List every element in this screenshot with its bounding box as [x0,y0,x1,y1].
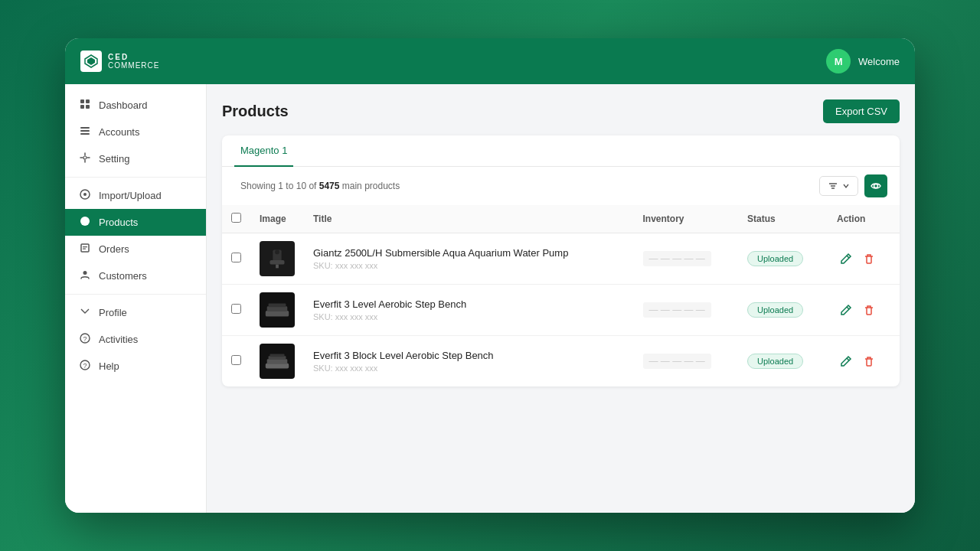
sidebar-label-profile: Profile [99,307,127,318]
svg-rect-34 [266,364,289,369]
svg-rect-35 [267,359,288,364]
svg-rect-13 [81,244,89,252]
header: CED COMMERCE M Welcome [65,38,915,84]
table-row: Giantz 2500L/H Submersible Aqua Aquarium… [222,233,900,285]
row2-inventory-cell: — — — — — [634,285,739,336]
row2-actions [837,301,890,319]
products-card: Magento 1 Showing 1 to 10 of 5475 main p… [222,135,900,386]
row3-status-badge: Uploaded [747,354,803,369]
showing-text: Showing 1 to 10 of 5475 main products [234,181,400,191]
svg-text:?: ? [83,335,87,343]
row1-checkbox-cell [222,233,250,285]
row3-inventory-cell: — — — — — [634,336,739,387]
row3-edit-button[interactable] [837,352,855,370]
logo-icon [80,51,102,72]
svg-line-29 [847,256,849,258]
sidebar-item-setting[interactable]: Setting [65,145,206,172]
sidebar-item-profile[interactable]: Profile [65,299,206,326]
sidebar-label-dashboard: Dashboard [99,99,148,111]
row3-delete-button[interactable] [860,352,878,370]
svg-point-12 [80,217,90,226]
products-table: Image Title Inventory Status Action [222,205,900,386]
col-header-status: Status [738,205,828,233]
col-header-action: Action [828,205,900,233]
sidebar-label-import: Import/Upload [99,190,162,201]
header-right: M Welcome [826,49,900,73]
row1-product-image [260,241,295,276]
svg-rect-7 [80,130,90,132]
table-row: Everfit 3 Level Aerobic Step Bench SKU: … [222,285,900,336]
logo-ced: CED [108,53,159,61]
svg-rect-5 [86,105,90,109]
row1-image-cell [250,233,304,285]
svg-line-38 [847,358,849,360]
sidebar-item-orders[interactable]: Orders [65,236,206,262]
page-title: Products [222,103,289,120]
svg-rect-4 [80,105,84,109]
sidebar-item-import-upload[interactable]: Import/Upload [65,182,206,209]
filter-button[interactable] [819,176,858,196]
sidebar-item-help[interactable]: ? Help [65,353,206,380]
sidebar-label-activities: Activities [99,334,138,345]
tabs-bar: Magento 1 [222,135,900,167]
sidebar-item-accounts[interactable]: Accounts [65,119,206,145]
table-wrapper: Image Title Inventory Status Action [222,205,900,386]
row1-actions [837,249,890,268]
sidebar-label-customers: Customers [99,270,147,282]
sidebar-label-accounts: Accounts [99,126,139,138]
row2-checkbox-cell [222,285,250,336]
accounts-icon [79,126,91,139]
row3-image-cell [250,336,304,387]
row2-checkbox[interactable] [231,304,241,314]
svg-line-33 [847,307,849,309]
svg-rect-31 [267,306,288,311]
row2-product-image [260,292,295,328]
view-toggle-button[interactable] [864,174,887,197]
row1-edit-button[interactable] [837,249,855,268]
tab-magento1[interactable]: Magento 1 [234,135,293,167]
row1-checkbox[interactable] [231,253,241,262]
products-icon [79,216,91,229]
svg-rect-3 [86,99,90,103]
page-header: Products Export CSV [222,99,900,123]
row3-checkbox[interactable] [231,355,241,365]
col-header-inventory: Inventory [634,205,739,233]
row1-status-badge: Uploaded [747,251,803,266]
select-all-checkbox[interactable] [231,213,241,223]
row2-status-badge: Uploaded [747,302,803,318]
svg-rect-2 [80,99,84,103]
orders-icon [79,243,91,256]
svg-rect-37 [270,354,285,357]
row3-status-cell: Uploaded [738,336,828,387]
row1-action-cell [828,233,900,285]
row2-delete-button[interactable] [860,301,878,319]
svg-rect-6 [80,127,90,129]
row2-edit-button[interactable] [837,301,855,319]
sidebar-label-help: Help [99,360,119,372]
export-csv-button[interactable]: Export CSV [823,99,900,123]
content-area: Products Export CSV Magento 1 Showing 1 … [207,84,915,513]
sidebar-divider-2 [65,294,206,295]
sidebar-item-customers[interactable]: Customers [65,262,206,289]
sidebar-divider-1 [65,177,206,178]
row1-title-cell: Giantz 2500L/H Submersible Aqua Aquarium… [304,233,634,285]
row3-product-image [260,344,295,379]
row3-action-cell [828,336,900,387]
col-header-title: Title [304,205,634,233]
row3-checkbox-cell [222,336,250,387]
row1-inventory: — — — — — [643,251,711,266]
row1-delete-button[interactable] [860,249,878,268]
row2-image-cell [250,285,304,336]
svg-point-27 [275,250,279,255]
sidebar-item-products[interactable]: Products [65,209,206,236]
sidebar-item-dashboard[interactable]: Dashboard [65,92,206,119]
sidebar-item-activities[interactable]: ? Activities [65,326,206,353]
svg-rect-30 [266,311,289,317]
svg-rect-14 [83,246,87,247]
row2-title: Everfit 3 Level Aerobic Step Bench [313,298,625,310]
svg-rect-28 [276,265,279,269]
row2-sub: SKU: xxx xxx xxx [313,312,625,321]
svg-rect-32 [269,303,286,307]
row2-status-cell: Uploaded [738,285,828,336]
row2-action-cell [828,285,900,336]
